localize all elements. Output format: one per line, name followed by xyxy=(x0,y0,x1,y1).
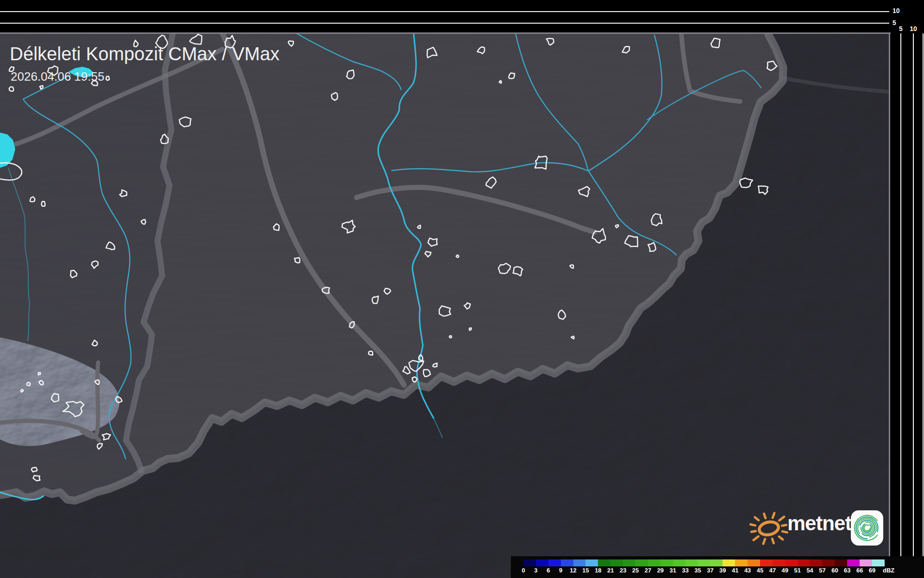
legend-tick-label: 47 xyxy=(769,567,776,574)
legend-cell xyxy=(623,559,635,566)
legend-tick-label: 35 xyxy=(694,567,701,574)
legend-tick-label: 27 xyxy=(645,567,651,574)
radar-map-canvas xyxy=(0,0,924,578)
legend-tick-label: 3 xyxy=(534,567,537,574)
ruler-label-top-5: 5 xyxy=(893,19,896,26)
ruler-label-right-5: 5 xyxy=(898,25,904,32)
ruler-line-top-10 xyxy=(0,11,889,12)
legend-cell xyxy=(585,559,598,566)
legend-tick-label: 25 xyxy=(632,567,639,574)
legend-cell xyxy=(822,559,835,566)
legend-cell xyxy=(698,559,710,566)
legend-cell xyxy=(872,559,885,566)
legend-unit-label: dBZ xyxy=(883,567,894,574)
legend-cell xyxy=(835,559,847,566)
legend-tick-label: 51 xyxy=(794,567,800,574)
radar-screen: 10 5 5 10 Délkeleti Kompozit CMax / VMax… xyxy=(0,0,924,578)
metnet-spiral-icon xyxy=(850,510,884,546)
legend-cell xyxy=(760,559,773,566)
legend-cell xyxy=(673,559,685,566)
legend-cell xyxy=(548,559,561,566)
legend-cell xyxy=(660,559,673,566)
legend-tick-label: 9 xyxy=(559,567,562,574)
legend-tick-label: 23 xyxy=(620,567,626,574)
legend-cell xyxy=(610,559,623,566)
legend-tick-label: 66 xyxy=(856,567,863,574)
legend-cell xyxy=(860,559,872,566)
legend-tick-label: 69 xyxy=(869,567,875,574)
legend-tick-label: 12 xyxy=(570,567,576,574)
legend-cell xyxy=(847,559,860,566)
legend-tick-label: 0 xyxy=(522,567,525,574)
map-top-edge xyxy=(0,32,891,34)
legend-cell xyxy=(523,559,536,566)
legend-cell xyxy=(773,559,785,566)
product-title: Délkeleti Kompozit CMax / VMax xyxy=(10,44,279,64)
legend-tick-label: 57 xyxy=(819,567,825,574)
legend-tick-label: 41 xyxy=(732,567,738,574)
legend-cell xyxy=(723,559,735,566)
sun-icon xyxy=(747,505,791,550)
legend-cell xyxy=(785,559,798,566)
legend-cell xyxy=(648,559,660,566)
ruler-label-top-10: 10 xyxy=(893,7,900,14)
legend-tick-label: 49 xyxy=(782,567,788,574)
legend-tick-label: 43 xyxy=(744,567,751,574)
ruler-right-strip xyxy=(889,0,924,578)
logo-text: metnet xyxy=(787,512,851,535)
legend-cell xyxy=(735,559,748,566)
ruler-line-right-edge xyxy=(923,33,924,578)
legend-tick-label: 63 xyxy=(844,567,850,574)
legend-tick-label: 15 xyxy=(582,567,589,574)
ruler-line-top-5 xyxy=(0,23,889,24)
ruler-label-right-10: 10 xyxy=(909,25,918,32)
legend-cell xyxy=(685,559,698,566)
ruler-line-right-10 xyxy=(913,33,914,578)
legend-tick-label: 21 xyxy=(607,567,614,574)
dbz-color-scale xyxy=(523,559,885,566)
legend-cell xyxy=(810,559,822,566)
legend-cell xyxy=(635,559,648,566)
legend-tick-label: 18 xyxy=(595,567,601,574)
legend-cell xyxy=(536,559,548,566)
legend-tick-label: 29 xyxy=(657,567,664,574)
legend-tick-label: 37 xyxy=(707,567,713,574)
legend-cell xyxy=(798,559,810,566)
legend-panel: 0369121518212325272931333537394143454749… xyxy=(511,556,924,578)
legend-cell xyxy=(748,559,760,566)
map-right-edge xyxy=(889,32,890,578)
timestamp: 2026.04.06 19:55 xyxy=(11,70,104,84)
legend-cell xyxy=(573,559,586,566)
map-layers xyxy=(0,33,889,578)
legend-tick-label: 45 xyxy=(757,567,763,574)
legend-tick-label: 31 xyxy=(670,567,676,574)
legend-tick-label: 39 xyxy=(719,567,726,574)
legend-cell xyxy=(710,559,723,566)
legend-tick-label: 60 xyxy=(831,567,838,574)
ruler-line-right-5 xyxy=(900,33,901,578)
legend-tick-label: 54 xyxy=(806,567,813,574)
legend-cell xyxy=(561,559,573,566)
legend-tick-label: 6 xyxy=(547,567,550,574)
legend-tick-label: 33 xyxy=(682,567,688,574)
legend-cell xyxy=(598,559,610,566)
metnet-logo: metnet xyxy=(747,503,890,550)
ruler-top-strip xyxy=(0,0,889,33)
